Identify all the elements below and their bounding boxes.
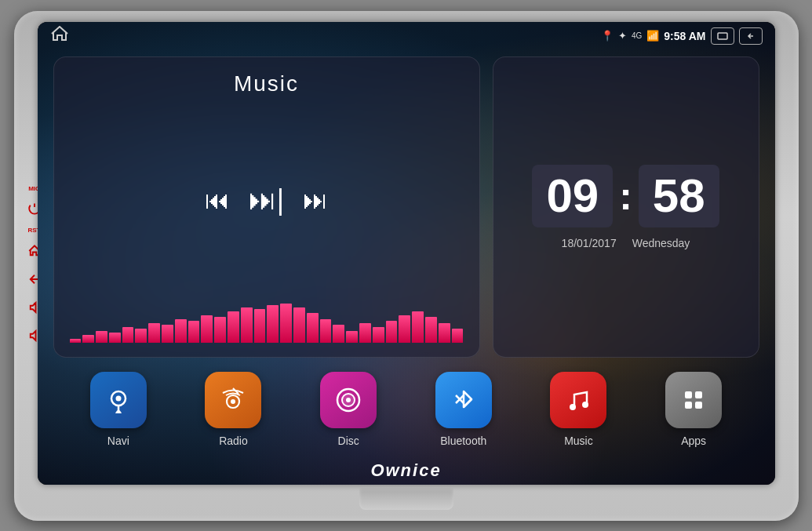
eq-bar	[135, 329, 147, 343]
app-bluetooth[interactable]: Bluetooth	[421, 372, 507, 447]
eq-bar	[293, 307, 305, 343]
eq-bar	[70, 339, 82, 343]
bluetooth-status-icon: ✦	[618, 30, 627, 42]
eq-bar	[425, 317, 437, 343]
eq-bar	[307, 313, 319, 343]
eq-bar	[452, 329, 464, 343]
next-button[interactable]: ⏭	[303, 187, 328, 213]
music-widget[interactable]: Music ⏮ ⏭| ⏭	[53, 56, 480, 358]
app-disc[interactable]: Disc	[305, 372, 391, 447]
app-grid: Navi Radio	[38, 364, 775, 456]
bluetooth-label: Bluetooth	[440, 435, 486, 447]
navi-label: Navi	[107, 435, 129, 447]
svg-point-2	[115, 395, 121, 401]
eq-bar	[346, 331, 358, 343]
music-controls: ⏮ ⏭| ⏭	[205, 186, 328, 214]
eq-bar	[439, 323, 450, 343]
clock-time: 09 : 58	[532, 165, 719, 227]
eq-bar	[162, 325, 173, 343]
app-apps[interactable]: Apps	[650, 372, 737, 447]
eq-bar	[399, 315, 410, 343]
disc-icon	[320, 372, 377, 428]
location-icon: 📍	[601, 30, 614, 42]
bluetooth-icon	[435, 372, 492, 428]
app-music[interactable]: Music	[535, 372, 621, 447]
eq-bar	[373, 327, 384, 343]
eq-bar	[96, 331, 107, 343]
svg-rect-13	[685, 402, 692, 409]
svg-point-4	[231, 399, 235, 404]
eq-bar	[280, 304, 292, 343]
radio-icon	[205, 372, 261, 428]
eq-bar	[109, 333, 121, 343]
eq-bar	[320, 319, 332, 343]
clock-minutes: 58	[639, 165, 719, 227]
eq-bar	[254, 309, 266, 343]
svg-rect-14	[695, 402, 702, 409]
eq-bar	[241, 307, 253, 343]
eq-bar	[228, 311, 239, 343]
music-icon	[550, 372, 606, 428]
clock-colon: :	[619, 176, 632, 216]
back-nav-button[interactable]	[739, 27, 763, 45]
eq-bar	[412, 311, 424, 343]
clock-day-of-week: Wednesday	[632, 237, 690, 249]
status-right: 📍 ✦ 4G 📶 9:58 AM	[601, 27, 763, 45]
apps-label: Apps	[681, 435, 706, 447]
brand-name: Ownice	[370, 460, 441, 481]
apps-icon	[665, 372, 722, 428]
clock-widget: 09 : 58 18/01/2017 Wednesday	[493, 56, 759, 358]
bottom-connector	[359, 488, 453, 510]
disc-label: Disc	[338, 435, 359, 447]
eq-bar	[386, 321, 398, 343]
clock-date-value: 18/01/2017	[562, 237, 617, 249]
eq-bar	[201, 315, 213, 343]
app-radio[interactable]: Radio	[190, 372, 276, 447]
app-navi[interactable]: Navi	[75, 372, 162, 447]
clock-display: 9:58 AM	[664, 30, 705, 42]
eq-bar	[188, 321, 200, 343]
eq-bar	[267, 305, 279, 343]
svg-point-10	[582, 402, 588, 408]
status-bar: 📍 ✦ 4G 📶 9:58 AM	[38, 22, 775, 50]
navi-icon	[90, 372, 147, 428]
recent-apps-button[interactable]	[711, 27, 734, 45]
music-widget-title: Music	[234, 71, 299, 96]
eq-bar	[122, 327, 134, 343]
eq-bar	[333, 325, 344, 343]
screen-bezel: 📍 ✦ 4G 📶 9:58 AM	[38, 22, 775, 485]
eq-bar	[82, 335, 94, 343]
radio-label: Radio	[219, 435, 248, 447]
network-icon: 4G	[632, 31, 642, 40]
music-app-label: Music	[564, 435, 593, 447]
brand-bar: Ownice	[38, 456, 775, 485]
prev-button[interactable]: ⏮	[205, 187, 230, 213]
equalizer-bars	[70, 304, 464, 343]
home-icon[interactable]	[50, 26, 69, 46]
svg-rect-0	[718, 33, 727, 39]
clock-date-row: 18/01/2017 Wednesday	[562, 237, 690, 249]
signal-icon: 📶	[646, 30, 659, 42]
svg-point-9	[570, 404, 576, 410]
car-unit: MIC RST	[14, 11, 799, 521]
eq-bar	[148, 323, 160, 343]
eq-bar	[359, 323, 371, 343]
eq-bar	[175, 319, 187, 343]
eq-bar	[214, 317, 226, 343]
main-screen: 📍 ✦ 4G 📶 9:58 AM	[38, 22, 775, 485]
svg-rect-12	[695, 391, 702, 398]
play-pause-button[interactable]: ⏭|	[249, 186, 284, 214]
clock-hours: 09	[532, 165, 613, 227]
svg-point-8	[346, 398, 351, 402]
svg-rect-11	[685, 391, 692, 398]
widgets-area: Music ⏮ ⏭| ⏭	[38, 50, 775, 364]
